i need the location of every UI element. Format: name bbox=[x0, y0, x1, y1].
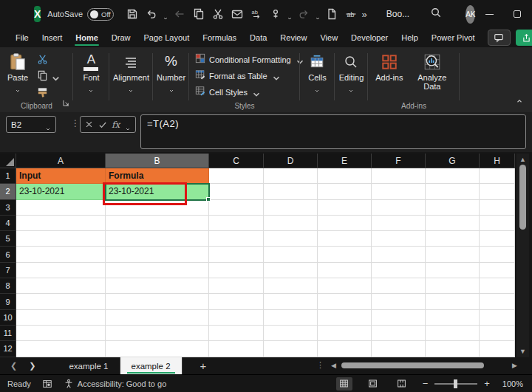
maximize-button[interactable] bbox=[503, 0, 531, 28]
cell-F7[interactable] bbox=[372, 263, 426, 278]
cancel-icon[interactable] bbox=[85, 120, 93, 128]
font-group-button[interactable]: A Font bbox=[73, 47, 109, 112]
cell-F10[interactable] bbox=[372, 310, 426, 326]
undo-icon[interactable] bbox=[143, 6, 160, 22]
cell-B3[interactable] bbox=[106, 200, 209, 216]
cell-B12[interactable] bbox=[106, 341, 209, 357]
tab-review[interactable]: Review bbox=[279, 30, 307, 45]
row-header-8[interactable]: 8 bbox=[0, 278, 16, 294]
select-all-corner[interactable] bbox=[0, 154, 16, 168]
tab-draw[interactable]: Draw bbox=[111, 30, 132, 45]
chevron-down-icon[interactable] bbox=[315, 11, 321, 17]
cell-A5[interactable] bbox=[16, 231, 106, 247]
avatar[interactable]: AK bbox=[466, 5, 475, 24]
cell-G6[interactable] bbox=[426, 247, 480, 262]
comments-button[interactable] bbox=[488, 30, 511, 46]
cut-button[interactable] bbox=[37, 54, 56, 65]
cell-F11[interactable] bbox=[372, 326, 426, 341]
chevron-down-icon[interactable] bbox=[287, 11, 293, 17]
cell-F9[interactable] bbox=[372, 294, 426, 309]
cell-F3[interactable] bbox=[372, 200, 426, 216]
cell-D12[interactable] bbox=[264, 341, 318, 357]
sheet-tab-example-1[interactable]: example 1 bbox=[58, 357, 120, 374]
cell-G2[interactable] bbox=[426, 184, 480, 199]
tab-developer[interactable]: Developer bbox=[350, 30, 389, 45]
conditional-formatting-button[interactable]: Conditional Formatting bbox=[195, 52, 300, 68]
autosave-toggle[interactable]: Off bbox=[87, 8, 114, 21]
cell-G8[interactable] bbox=[426, 278, 480, 294]
vertical-scrollbar[interactable]: ▲ ▼ bbox=[516, 154, 529, 357]
cell-A10[interactable] bbox=[16, 310, 106, 326]
scroll-up-icon[interactable]: ▲ bbox=[516, 156, 529, 163]
cell-D1[interactable] bbox=[264, 168, 318, 184]
cell-H6[interactable] bbox=[480, 247, 515, 262]
cell-B6[interactable] bbox=[106, 247, 209, 262]
cells-group-button[interactable]: Cells bbox=[300, 47, 335, 112]
scroll-right-icon[interactable]: ▶ bbox=[512, 362, 517, 369]
tab-insert[interactable]: Insert bbox=[41, 30, 64, 45]
cell-G1[interactable] bbox=[426, 168, 480, 184]
cell-C4[interactable] bbox=[209, 216, 264, 231]
cell-E2[interactable] bbox=[318, 184, 372, 199]
cell-E8[interactable] bbox=[318, 278, 372, 294]
cell-C8[interactable] bbox=[209, 278, 264, 294]
cell-A4[interactable] bbox=[16, 216, 106, 231]
column-header-D[interactable]: D bbox=[264, 154, 318, 168]
cell-E5[interactable] bbox=[318, 231, 372, 247]
cell-A2[interactable]: 23-10-2021 bbox=[16, 184, 106, 199]
cell-D4[interactable] bbox=[264, 216, 318, 231]
cell-F5[interactable] bbox=[372, 231, 426, 247]
cell-E9[interactable] bbox=[318, 294, 372, 309]
cell-G12[interactable] bbox=[426, 341, 480, 357]
cell-C5[interactable] bbox=[209, 231, 264, 247]
column-header-F[interactable]: F bbox=[372, 154, 426, 168]
tab-page-layout[interactable]: Page Layout bbox=[143, 30, 190, 45]
cut-icon[interactable] bbox=[210, 6, 226, 22]
tab-data[interactable]: Data bbox=[249, 30, 267, 45]
save-icon[interactable] bbox=[124, 6, 140, 22]
row-header-6[interactable]: 6 bbox=[0, 247, 16, 262]
cell-A3[interactable] bbox=[16, 200, 106, 216]
minimize-button[interactable] bbox=[475, 0, 503, 28]
cell-C6[interactable] bbox=[209, 247, 264, 262]
cell-G9[interactable] bbox=[426, 294, 480, 309]
cell-B9[interactable] bbox=[106, 294, 209, 309]
new-file-icon[interactable] bbox=[324, 6, 340, 22]
email-icon[interactable] bbox=[229, 6, 245, 22]
row-header-1[interactable]: 1 bbox=[0, 168, 16, 184]
column-header-H[interactable]: H bbox=[480, 154, 515, 168]
cell-C12[interactable] bbox=[209, 341, 264, 357]
cell-A1[interactable]: Input bbox=[16, 168, 106, 184]
cell-B10[interactable] bbox=[106, 310, 209, 326]
cell-G3[interactable] bbox=[426, 200, 480, 216]
column-header-C[interactable]: C bbox=[209, 154, 264, 168]
row-header-10[interactable]: 10 bbox=[0, 310, 16, 326]
cell-D2[interactable] bbox=[264, 184, 318, 199]
cell-D5[interactable] bbox=[264, 231, 318, 247]
cell-F1[interactable] bbox=[372, 168, 426, 184]
cell-C3[interactable] bbox=[209, 200, 264, 216]
sheet-tab-example-2[interactable]: example 2 bbox=[120, 357, 183, 374]
cell-E12[interactable] bbox=[318, 341, 372, 357]
format-as-table-button[interactable]: Format as Table bbox=[195, 68, 300, 84]
cell-E7[interactable] bbox=[318, 263, 372, 278]
tab-view[interactable]: View bbox=[319, 30, 338, 45]
tab-help[interactable]: Help bbox=[400, 30, 419, 45]
cell-C1[interactable] bbox=[209, 168, 264, 184]
cell-C2[interactable] bbox=[209, 184, 264, 199]
cell-H11[interactable] bbox=[480, 326, 515, 341]
horizontal-scrollbar[interactable]: ◀ ▶ bbox=[331, 357, 523, 374]
cell-E6[interactable] bbox=[318, 247, 372, 262]
share-button[interactable] bbox=[516, 30, 532, 46]
format-painter-button[interactable] bbox=[37, 86, 56, 97]
row-header-5[interactable]: 5 bbox=[0, 231, 16, 247]
cell-D8[interactable] bbox=[264, 278, 318, 294]
cell-E3[interactable] bbox=[318, 200, 372, 216]
copy-button[interactable] bbox=[37, 70, 56, 81]
macro-record-icon[interactable] bbox=[42, 379, 52, 389]
cell-H10[interactable] bbox=[480, 310, 515, 326]
strike-ab-icon[interactable]: ab bbox=[343, 6, 359, 22]
tab-power-pivot[interactable]: Power Pivot bbox=[431, 30, 476, 45]
column-header-B[interactable]: B bbox=[106, 154, 209, 168]
row-header-4[interactable]: 4 bbox=[0, 216, 16, 231]
